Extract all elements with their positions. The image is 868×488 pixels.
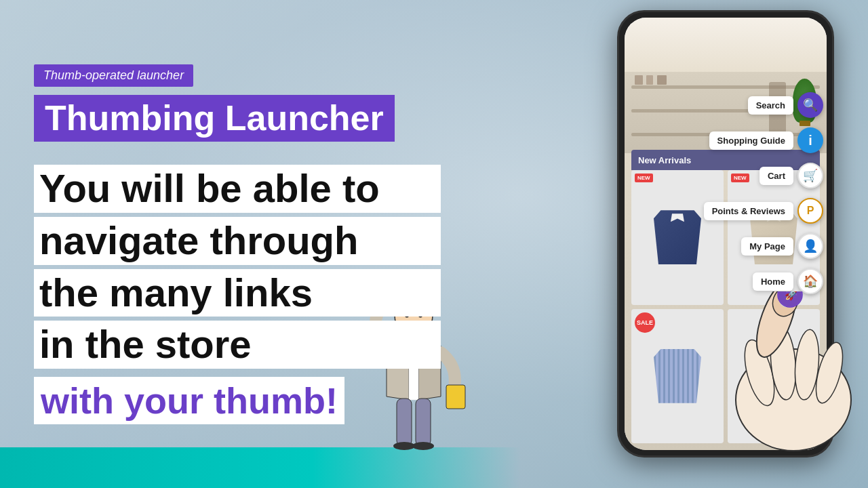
body-line-3: the many links [34, 269, 441, 317]
menu-item-mypage[interactable]: My Page 👤 [704, 233, 823, 259]
left-panel: Thumb-operated launcher Thumbing Launche… [34, 64, 441, 424]
home-icon[interactable]: 🏠 [797, 268, 823, 294]
menu-buttons-container: Search 🔍 Shopping Guide i Cart 🛒 Points … [704, 92, 823, 294]
thumb-hand-illustration: 🚀 [726, 291, 861, 461]
new-arrivals-text: New Arrivals [638, 155, 691, 165]
menu-item-cart[interactable]: Cart 🛒 [704, 163, 823, 188]
svg-text:🚀: 🚀 [785, 291, 798, 301]
highlight-text: with your thumb! [34, 377, 344, 424]
info-icon[interactable]: i [797, 127, 823, 153]
home-label: Home [753, 272, 793, 291]
cart-label: Cart [760, 167, 793, 185]
body-text: You will be able to navigate through the… [34, 165, 441, 369]
product-card-3: SALE [631, 309, 724, 444]
cart-icon[interactable]: 🛒 [797, 163, 823, 188]
points-label: Points & Reviews [704, 202, 793, 220]
menu-item-points[interactable]: Points & Reviews P [704, 198, 823, 224]
svg-point-12 [393, 442, 415, 450]
points-icon[interactable]: P [797, 198, 823, 224]
body-line-2: navigate through [34, 217, 441, 265]
search-icon[interactable]: 🔍 [797, 92, 823, 118]
sale-badge: SALE [635, 312, 655, 333]
body-line-4: in the store [34, 321, 441, 369]
menu-item-home[interactable]: Home 🏠 [704, 268, 823, 294]
store-ceiling [625, 18, 827, 72]
guide-label: Shopping Guide [709, 131, 793, 150]
svg-point-13 [412, 442, 434, 450]
menu-item-search[interactable]: Search 🔍 [704, 92, 823, 118]
menu-item-guide[interactable]: Shopping Guide i [704, 127, 823, 153]
mypage-icon[interactable]: 👤 [797, 233, 823, 259]
main-title: Thumbing Launcher [34, 95, 395, 142]
new-badge-1: NEW [635, 174, 653, 182]
search-label: Search [748, 96, 793, 115]
phone-container: New Arrivals NEW [542, 0, 854, 488]
svg-rect-9 [446, 385, 465, 409]
subtitle-badge: Thumb-operated launcher [34, 64, 193, 87]
body-line-1: You will be able to [34, 165, 441, 213]
mypage-label: My Page [741, 237, 793, 256]
